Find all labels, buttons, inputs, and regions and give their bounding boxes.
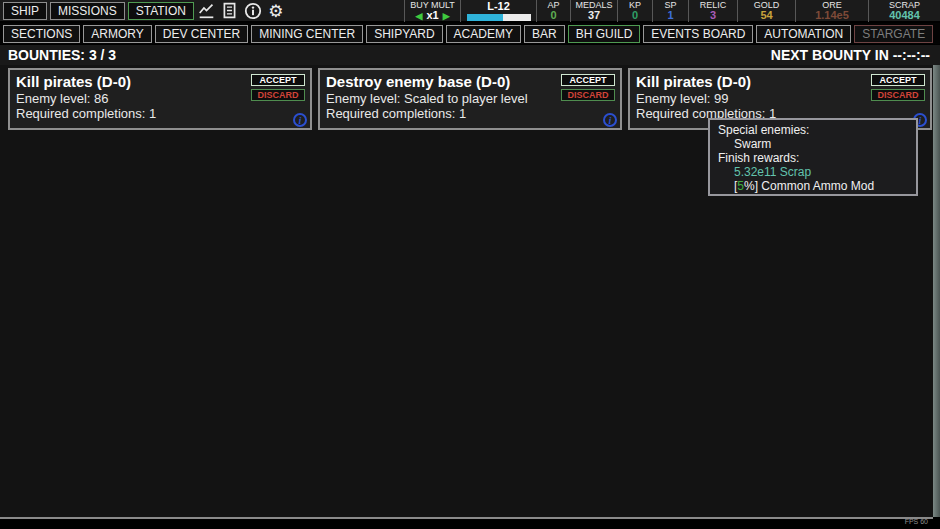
next-bounty-timer: NEXT BOUNTY IN --:--:--: [771, 47, 930, 63]
nav-mining-center[interactable]: MINING CENTER: [251, 25, 363, 43]
bounties-count: BOUNTIES: 3 / 3: [8, 47, 116, 63]
stat-medals: MEDALS 37: [570, 0, 617, 22]
nav-events-board[interactable]: EVENTS BOARD: [643, 25, 753, 43]
nav-sections[interactable]: SECTIONS: [3, 25, 80, 43]
scrollbar[interactable]: [933, 65, 940, 517]
accept-button[interactable]: ACCEPT: [561, 74, 615, 86]
bounty-card-2: Destroy enemy base (D-0) Enemy level: Sc…: [318, 68, 622, 130]
tooltip-scrap-reward: 5.32e11 Scrap: [718, 165, 908, 179]
discard-button[interactable]: DISCARD: [561, 89, 615, 101]
game-root: SHIP MISSIONS STATION ⚙ BUY MULT ◀x1▶ L-…: [0, 0, 940, 529]
stat-scrap: SCRAP 40484: [868, 0, 940, 22]
stat-scrap-value: 40484: [889, 10, 920, 21]
bounty-completions: Required completions: 1: [16, 106, 304, 121]
stat-gold-value: 54: [760, 10, 772, 21]
tooltip-mod-reward: [5%] Common Ammo Mod: [718, 179, 908, 193]
accept-button[interactable]: ACCEPT: [251, 74, 305, 86]
stat-sp: SP 1: [652, 0, 688, 22]
level-progress: L-12: [460, 0, 536, 22]
stat-kp: KP 0: [617, 0, 652, 22]
station-nav: SECTIONS ARMORY DEV CENTER MINING CENTER…: [0, 23, 940, 44]
buy-mult-control[interactable]: BUY MULT ◀x1▶: [404, 0, 460, 22]
tab-station[interactable]: STATION: [128, 2, 194, 20]
bounty-completions: Required completions: 1: [326, 106, 614, 121]
tab-missions[interactable]: MISSIONS: [50, 2, 125, 20]
nav-shipyard[interactable]: SHIPYARD: [366, 25, 442, 43]
buy-mult-value: x1: [426, 9, 438, 21]
nav-dev-center[interactable]: DEV CENTER: [155, 25, 248, 43]
nav-armory[interactable]: ARMORY: [83, 25, 151, 43]
stat-relic: RELIC 3: [688, 0, 737, 22]
stat-ap-value: 0: [550, 10, 556, 21]
tab-ship[interactable]: SHIP: [3, 2, 47, 20]
bounties-header: BOUNTIES: 3 / 3 NEXT BOUNTY IN --:--:--: [0, 45, 940, 65]
bounty-info-icon[interactable]: i: [603, 113, 617, 127]
fps-counter: FPS 60: [905, 518, 928, 525]
notes-icon[interactable]: [220, 1, 240, 21]
level-progress-fill: [467, 14, 503, 21]
nav-bar[interactable]: BAR: [524, 25, 565, 43]
accept-button[interactable]: ACCEPT: [871, 74, 925, 86]
stat-kp-value: 0: [632, 10, 638, 21]
discard-button[interactable]: DISCARD: [871, 89, 925, 101]
stat-relic-value: 3: [710, 10, 716, 21]
nav-academy[interactable]: ACADEMY: [446, 25, 521, 43]
stat-ap: AP 0: [536, 0, 570, 22]
stat-ore: ORE 1.14e5: [795, 0, 868, 22]
nav-bh-guild[interactable]: BH GUILD: [568, 25, 641, 43]
info-icon[interactable]: [243, 1, 263, 21]
tooltip-special-enemy: Swarm: [718, 137, 908, 151]
bounty-info-icon[interactable]: i: [293, 113, 307, 127]
bounty-card-1: Kill pirates (D-0) Enemy level: 86 Requi…: [8, 68, 312, 130]
buy-mult-increase-icon[interactable]: ▶: [443, 11, 450, 21]
resource-strip: BUY MULT ◀x1▶ L-12 AP 0 MEDALS 37 KP 0: [404, 0, 940, 22]
stat-gold: GOLD 54: [737, 0, 795, 22]
stat-medals-value: 37: [588, 10, 600, 21]
top-bar: SHIP MISSIONS STATION ⚙ BUY MULT ◀x1▶ L-…: [0, 0, 940, 22]
panel-bottom-border: [0, 517, 933, 519]
tooltip-special-enemies-label: Special enemies:: [718, 123, 908, 137]
gear-icon[interactable]: ⚙: [266, 1, 286, 21]
bounty-board: Kill pirates (D-0) Enemy level: 86 Requi…: [0, 65, 940, 517]
stat-sp-value: 1: [667, 10, 673, 21]
discard-button[interactable]: DISCARD: [251, 89, 305, 101]
buy-mult-decrease-icon[interactable]: ◀: [415, 11, 422, 21]
chart-icon[interactable]: [197, 1, 217, 21]
nav-stargate: STARGATE: [854, 25, 933, 43]
bounty-tooltip: Special enemies: Swarm Finish rewards: 5…: [708, 118, 918, 196]
stat-ore-value: 1.14e5: [815, 10, 849, 21]
level-label: L-12: [487, 1, 510, 12]
level-progress-track: [467, 14, 531, 21]
tooltip-finish-rewards-label: Finish rewards:: [718, 151, 908, 165]
nav-automation[interactable]: AUTOMATION: [756, 25, 851, 43]
